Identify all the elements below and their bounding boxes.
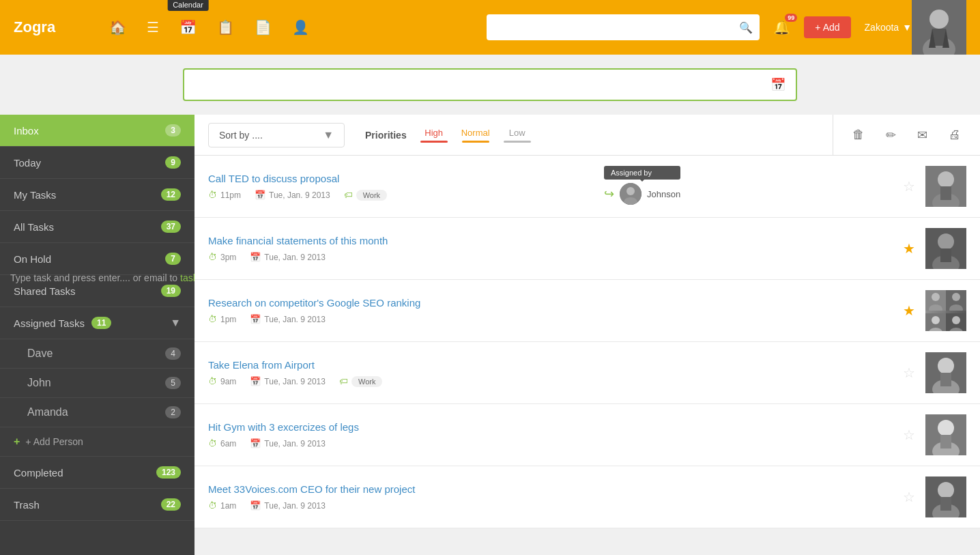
sort-chevron-icon: ▼ — [323, 129, 334, 141]
sidebar-mytasks-label: My Tasks — [14, 189, 56, 201]
task-item: Hit Gym with 3 excercizes of legs ⏱ 6am … — [194, 404, 980, 466]
priority-high-button[interactable]: High — [420, 128, 448, 143]
nav-users[interactable]: 👤 — [292, 19, 309, 35]
svg-rect-16 — [940, 248, 951, 262]
edit-icon[interactable]: ✏ — [880, 122, 902, 148]
sidebar-alltasks-badge: 37 — [161, 220, 181, 233]
task-star[interactable]: ★ — [903, 240, 915, 257]
nav-home[interactable]: 🏠 — [109, 19, 126, 35]
header-right: 🔔 99 + Add Zakoota ▼ — [773, 16, 912, 38]
assigned-tasks-badge: 11 — [91, 317, 111, 329]
task-time: ⏱ 6am — [208, 438, 236, 449]
john-badge: 5 — [165, 377, 181, 389]
sidebar-subitem-john[interactable]: John 5 — [0, 369, 194, 398]
print-icon[interactable]: 🖨 — [943, 122, 966, 147]
sidebar-subitem-dave[interactable]: Dave 4 — [0, 339, 194, 369]
sidebar-onhold-badge: 7 — [165, 253, 181, 265]
task-star[interactable]: ☆ — [903, 489, 915, 505]
priority-normal-line — [462, 141, 489, 143]
assign-arrow-icon: ↪ — [604, 186, 614, 201]
priority-normal-button[interactable]: Normal — [461, 128, 490, 143]
task-date-value: Tue, Jan. 9 2013 — [264, 439, 326, 449]
sidebar-item-today[interactable]: Today 9 — [0, 147, 194, 179]
task-title[interactable]: Call TED to discuss proposal — [208, 173, 893, 184]
add-button[interactable]: + Add — [804, 16, 850, 38]
task-time: ⏱ 1am — [208, 500, 236, 511]
add-person-button[interactable]: + + Add Person — [0, 427, 194, 457]
avatar-q4 — [946, 313, 966, 331]
assigned-tasks-label: Assigned Tasks — [14, 317, 85, 329]
priorities-label: Priorities — [365, 130, 407, 141]
user-menu[interactable]: Zakoota ▼ — [865, 22, 912, 33]
sidebar-subitem-amanda[interactable]: Amanda 2 — [0, 398, 194, 427]
svg-point-27 — [952, 316, 960, 324]
sidebar-completed-label: Completed — [14, 467, 63, 479]
task-date: 📅 Tue, Jan. 9 2013 — [250, 376, 326, 386]
task-input[interactable] — [194, 79, 770, 90]
task-avatar — [925, 414, 966, 455]
trash-icon[interactable]: 🗑 — [847, 122, 870, 147]
email-icon[interactable]: ✉ — [912, 122, 933, 148]
sidebar-item-inbox[interactable]: Inbox 3 — [0, 115, 194, 147]
task-item: Take Elena from Airport ⏱ 9am 📅 Tue, Jan… — [194, 342, 980, 404]
task-meta: ⏱ 1pm 📅 Tue, Jan. 9 2013 — [208, 314, 893, 324]
task-meta: ⏱ 3pm 📅 Tue, Jan. 9 2013 — [208, 252, 893, 262]
nav-notes[interactable]: 📋 — [217, 19, 234, 35]
sidebar-item-alltasks[interactable]: All Tasks 37 — [0, 211, 194, 243]
task-list: Call TED to discuss proposal ⏱ 11pm 📅 Tu… — [194, 156, 980, 528]
sidebar-alltasks-label: All Tasks — [14, 221, 54, 233]
sidebar-item-completed[interactable]: Completed 123 — [0, 457, 194, 489]
priority-low-line — [504, 141, 531, 143]
avatar-q1 — [925, 290, 946, 313]
task-tag: 🏷 Work — [339, 376, 382, 387]
username-label: Zakoota — [865, 22, 899, 33]
svg-rect-32 — [940, 373, 951, 386]
task-time: ⏱ 3pm — [208, 252, 236, 262]
task-meta: ⏱ 9am 📅 Tue, Jan. 9 2013 🏷 Work — [208, 376, 893, 387]
nav-files[interactable]: 📄 — [255, 19, 272, 35]
task-title[interactable]: Research on competitor's Google SEO rank… — [208, 297, 893, 309]
priority-normal-label: Normal — [461, 128, 490, 138]
clock-icon: ⏱ — [208, 314, 217, 324]
nav-calendar[interactable]: Calendar 📅 — [179, 19, 197, 35]
assignee-name: Johnson — [647, 189, 680, 199]
sidebar-item-mytasks[interactable]: My Tasks 12 — [0, 179, 194, 211]
task-star[interactable]: ☆ — [903, 365, 915, 381]
sidebar-completed-badge: 123 — [156, 466, 181, 479]
sidebar-trash-badge: 22 — [161, 498, 181, 511]
task-meta: ⏱ 1am 📅 Tue, Jan. 9 2013 — [208, 500, 893, 511]
notification-bell[interactable]: 🔔 99 — [773, 19, 790, 35]
sort-dropdown[interactable]: Sort by .... ▼ — [208, 123, 345, 147]
sidebar-item-trash[interactable]: Trash 22 — [0, 489, 194, 521]
task-tag-value: Work — [351, 376, 382, 387]
task-title[interactable]: Meet 33Voices.com CEO for their new proj… — [208, 483, 893, 495]
home-icon: 🏠 — [109, 20, 126, 35]
list-icon: ☰ — [147, 20, 159, 35]
task-star[interactable]: ☆ — [903, 427, 915, 443]
calendar-input-icon[interactable]: 📅 — [770, 77, 786, 92]
task-content: Make financial statements of this month … — [208, 235, 893, 262]
task-title[interactable]: Take Elena from Airport — [208, 359, 893, 371]
sidebar-item-assignedtasks[interactable]: Assigned Tasks 11 ▼ — [0, 307, 194, 339]
search-input[interactable] — [493, 22, 739, 33]
svg-rect-36 — [940, 435, 951, 449]
calendar-small-icon: 📅 — [250, 500, 261, 511]
task-tag-value: Work — [356, 190, 387, 201]
task-date: 📅 Tue, Jan. 9 2013 — [250, 252, 326, 262]
nav-list[interactable]: ☰ — [147, 19, 159, 35]
priority-low-label: Low — [509, 128, 525, 138]
task-input-bar: Type task and press enter.... or email t… — [0, 55, 980, 115]
user-avatar[interactable] — [912, 0, 966, 55]
john-label: John — [27, 377, 51, 389]
task-star[interactable]: ★ — [903, 302, 915, 319]
task-date: 📅 Tue, Jan. 9 2013 — [250, 500, 326, 511]
users-icon: 👤 — [292, 20, 309, 35]
task-title[interactable]: Hit Gym with 3 excercizes of legs — [208, 421, 893, 433]
sidebar-item-onhold[interactable]: On Hold 7 — [0, 243, 194, 275]
task-time-value: 1pm — [220, 315, 236, 324]
priority-low-button[interactable]: Low — [504, 128, 531, 143]
task-title[interactable]: Make financial statements of this month — [208, 235, 893, 246]
sidebar-item-sharedtasks[interactable]: Shared Tasks 19 — [0, 275, 194, 307]
task-star[interactable]: ☆ — [903, 178, 915, 195]
header: Zogra 🏠 ☰ Calendar 📅 📋 📄 👤 🔍 🔔 99 + Ad — [0, 0, 980, 55]
